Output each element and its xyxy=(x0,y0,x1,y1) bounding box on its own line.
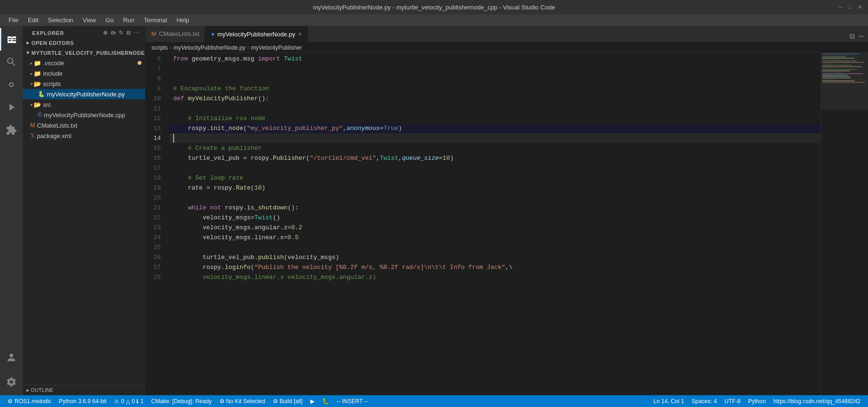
token: "/turtle1/cmd_vel" xyxy=(310,153,376,163)
sidebar-item-cmake[interactable]: M CMakeLists.txt xyxy=(23,120,145,130)
open-editors-section[interactable]: ▸ OPEN EDITORS xyxy=(23,38,145,48)
code-line-23[interactable]: velocity_msgs.angular.z=0.2 xyxy=(169,223,821,233)
code-line-25[interactable] xyxy=(169,242,821,252)
minimap-line xyxy=(822,55,850,56)
menu-view[interactable]: View xyxy=(78,16,101,25)
explorer-icon[interactable] xyxy=(0,28,23,51)
accounts-icon[interactable] xyxy=(0,346,23,369)
status-debug-play[interactable]: 🐛 xyxy=(318,395,333,407)
minimap xyxy=(821,53,868,395)
menu-file[interactable]: File xyxy=(4,16,23,25)
status-build[interactable]: ⚙ Build [all] xyxy=(269,395,307,407)
code-line-18[interactable]: # Set loop rate xyxy=(169,173,821,183)
status-position[interactable]: Ln 14, Col 1 xyxy=(649,398,688,405)
sidebar-item-package[interactable]: 𝕏 package.xml xyxy=(23,130,145,141)
settings-icon[interactable] xyxy=(0,371,23,393)
code-line-14[interactable] xyxy=(169,133,821,143)
split-editor-icon[interactable]: ⧉ xyxy=(849,31,856,42)
menu-run[interactable]: Run xyxy=(118,16,139,25)
status-link[interactable]: https://blog.csdn.net/qq_45488242 xyxy=(770,398,864,405)
collapse-icon[interactable]: ⊟ xyxy=(126,30,131,36)
token: rate = rospy. xyxy=(173,183,236,193)
code-line-16[interactable]: turtle_vel_pub = rospy.Publisher("/turtl… xyxy=(169,153,821,163)
token: "my_velocity_publisher_py" xyxy=(247,123,343,133)
menu-go[interactable]: Go xyxy=(101,16,118,25)
status-kit[interactable]: ⚙ No Kit Selected xyxy=(216,395,269,407)
code-line-10[interactable]: def myVelocityPublisher(): xyxy=(169,94,821,104)
status-play[interactable]: ▶ xyxy=(307,395,318,407)
menu-selection[interactable]: Selection xyxy=(43,16,78,25)
status-spaces[interactable]: Spaces: 4 xyxy=(688,398,720,405)
sidebar-item-myvelocitycpp[interactable]: © myVelocityPublisherNode.cpp xyxy=(23,110,145,120)
extensions-icon[interactable] xyxy=(0,119,23,141)
outline-section[interactable]: ▸ OUTLINE xyxy=(23,385,145,395)
sidebar-item-myvelocitypublisher[interactable]: 🐍 myVelocityPublisherNode.py xyxy=(23,89,145,99)
code-line-13[interactable]: rospy.init_node("my_velocity_publisher_p… xyxy=(169,123,821,133)
tab-myvelocity[interactable]: ● myVelocityPublisherNode.py × xyxy=(205,26,308,42)
code-line-15[interactable]: # Create a publisher xyxy=(169,143,821,153)
run-debug-icon[interactable] xyxy=(0,96,23,119)
tab-close-icon[interactable]: × xyxy=(298,31,302,37)
maximize-icon[interactable]: □ xyxy=(848,4,855,10)
status-bar: ⚙ ROS1.melodic Python 3.6.9 64-bit ⚠ 0 △… xyxy=(0,395,868,407)
search-icon[interactable] xyxy=(0,51,23,73)
window-controls[interactable]: ─ □ ✕ xyxy=(839,4,864,10)
new-folder-icon[interactable]: 🗁 xyxy=(111,30,116,36)
outline-label: OUTLINE xyxy=(31,387,53,393)
source-control-icon[interactable] xyxy=(0,73,23,96)
status-ros[interactable]: ⚙ ROS1.melodic xyxy=(4,395,55,407)
status-cmake[interactable]: CMake: [Debug]: Ready xyxy=(147,395,215,407)
code-line-17[interactable] xyxy=(169,163,821,173)
code-line-8[interactable] xyxy=(169,74,821,84)
more-icon[interactable]: ··· xyxy=(134,30,140,36)
menu-terminal[interactable]: Terminal xyxy=(139,16,172,25)
status-language[interactable]: Python xyxy=(744,398,769,405)
code-line-12[interactable]: # Initialize ros node xyxy=(169,113,821,123)
token: is_shutdown xyxy=(247,203,288,213)
line-num-10: 10 xyxy=(146,94,165,104)
code-line-20[interactable] xyxy=(169,193,821,203)
minimap-line xyxy=(822,76,850,77)
code-line-9[interactable]: # Encapsulate the function xyxy=(169,84,821,94)
project-label: MYTURTLE_VELOCITY_PUBLISHERNODE_... xyxy=(32,50,145,56)
status-encoding-text: UTF-8 xyxy=(724,398,740,405)
breadcrumb-symbol[interactable]: myVelocityPublisher xyxy=(251,44,302,51)
code-line-26[interactable]: turtle_vel_pub.publish(velocity_msgs) xyxy=(169,252,821,262)
code-line-28[interactable]: velocity_msgs.linear.x velocity_msgs.ang… xyxy=(169,272,821,282)
sidebar-item-include[interactable]: ▸ 📁 include xyxy=(23,68,145,78)
status-encoding[interactable]: UTF-8 xyxy=(720,398,744,405)
menu-edit[interactable]: Edit xyxy=(23,16,43,25)
explorer-label: EXPLORER xyxy=(32,30,64,36)
code-line-22[interactable]: velocity_msgs=Twist() xyxy=(169,213,821,223)
status-python[interactable]: Python 3.6.9 64-bit xyxy=(55,395,110,407)
code-line-7[interactable] xyxy=(169,64,821,74)
refresh-icon[interactable]: ↻ xyxy=(119,30,123,36)
code-line-6[interactable]: from geometry_msgs.msg import Twist xyxy=(169,54,821,64)
sidebar-item-vscode[interactable]: ▸ 📁 .vscode xyxy=(23,58,145,68)
sidebar-item-src[interactable]: ▾ 📂 src xyxy=(23,99,145,110)
code-line-27[interactable]: rospy.loginfo("Publish the velocity [%0.… xyxy=(169,262,821,272)
new-file-icon[interactable]: ⊕ xyxy=(103,30,108,36)
minimize-icon[interactable]: ─ xyxy=(839,4,845,10)
cmake-label: CMakeLists.txt xyxy=(37,122,77,129)
minimap-line xyxy=(822,66,862,67)
sidebar-item-scripts[interactable]: ▾ 📂 scripts xyxy=(23,78,145,89)
code-line-21[interactable]: while not rospy.is_shutdown(): xyxy=(169,203,821,213)
status-errors[interactable]: ⚠ 0 △ 0 ℹ 1 xyxy=(110,395,147,407)
cmake-tab-icon: M xyxy=(151,31,156,37)
sidebar-icons[interactable]: ⊕ 🗁 ↻ ⊟ ··· xyxy=(103,30,140,36)
breadcrumb-scripts[interactable]: scripts xyxy=(151,44,168,51)
code-line-19[interactable]: rate = rospy.Rate(10) xyxy=(169,183,821,193)
breadcrumb-file[interactable]: myVelocityPublisherNode.py xyxy=(174,44,245,51)
project-section[interactable]: ▾ MYTURTLE_VELOCITY_PUBLISHERNODE_... xyxy=(23,48,145,58)
close-icon[interactable]: ✕ xyxy=(858,4,864,10)
code-line-11[interactable] xyxy=(169,104,821,113)
code-content[interactable]: from geometry_msgs.msg import Twist # En… xyxy=(169,53,821,395)
token xyxy=(173,173,188,183)
code-line-24[interactable]: velocity_msgs.linear.x=0.5 xyxy=(169,233,821,242)
more-actions-icon[interactable]: ⋯ xyxy=(858,31,864,42)
token: queue_size xyxy=(402,153,439,163)
menu-help[interactable]: Help xyxy=(172,16,194,25)
tab-cmakelists[interactable]: M CMakeLists.txt xyxy=(146,26,205,42)
token: turtle_vel_pub = rospy. xyxy=(173,153,273,163)
